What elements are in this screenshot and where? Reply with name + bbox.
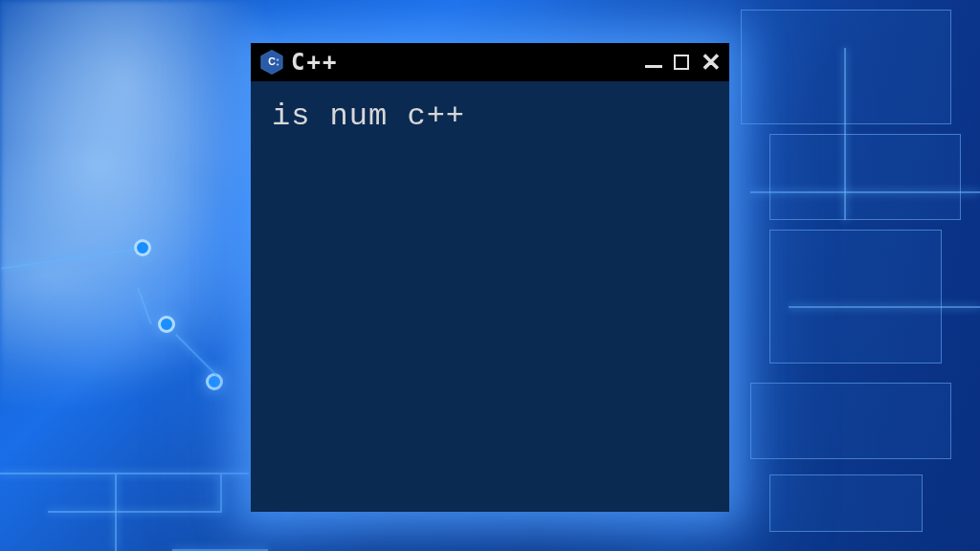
maximize-button[interactable]: [674, 55, 689, 70]
circuit-line: [48, 511, 220, 513]
terminal-output-line: is num c++: [272, 99, 708, 134]
terminal-window[interactable]: C + + C++ ✕ is num c++: [251, 43, 729, 512]
svg-text:+: +: [277, 62, 279, 67]
window-controls: ✕: [645, 50, 722, 75]
minimize-button[interactable]: [645, 65, 662, 68]
circuit-node: [206, 373, 223, 390]
circuit-node: [158, 316, 175, 333]
circuit-line: [750, 191, 980, 193]
window-title: C++: [291, 49, 639, 76]
close-button[interactable]: ✕: [701, 50, 722, 75]
circuit-node: [134, 239, 151, 256]
circuit-line: [220, 474, 222, 513]
svg-text:C: C: [268, 55, 276, 67]
terminal-content-area[interactable]: is num c++: [251, 81, 729, 512]
cpp-icon: C + +: [258, 49, 285, 76]
tech-panel: [769, 134, 961, 220]
window-titlebar[interactable]: C + + C++ ✕: [251, 43, 729, 81]
circuit-line: [789, 306, 980, 308]
circuit-line: [115, 474, 117, 551]
circuit-line: [844, 48, 846, 220]
tech-panel: [769, 230, 942, 364]
tech-panel: [750, 383, 951, 459]
tech-panel: [769, 474, 923, 532]
circuit-line: [0, 473, 249, 474]
tech-panel: [741, 10, 951, 124]
